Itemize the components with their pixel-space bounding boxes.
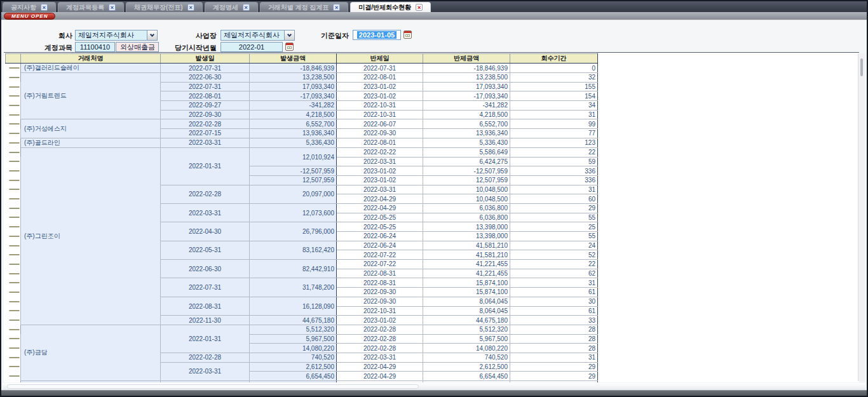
cell-occur-amount[interactable]: 44,675,180 bbox=[250, 316, 337, 325]
cell-collect-period[interactable]: 61 bbox=[510, 306, 598, 316]
cell-collect-period[interactable]: 55 bbox=[510, 232, 598, 241]
cell-settle-date[interactable]: 2022-03-31 bbox=[337, 157, 423, 166]
row-select-button[interactable] bbox=[9, 264, 20, 265]
row-select-button[interactable] bbox=[9, 357, 20, 358]
row-select-button[interactable] bbox=[9, 180, 20, 181]
cell-settle-amount[interactable]: 15,874,100 bbox=[423, 278, 510, 288]
cell-occur-amount[interactable]: 13,238,500 bbox=[250, 73, 337, 83]
cell-occur-amount[interactable]: 83,162,420 bbox=[250, 241, 337, 259]
cell-settle-date[interactable]: 2023-01-02 bbox=[337, 175, 423, 185]
cell-occur-date[interactable]: 2022-02-28 bbox=[161, 185, 250, 203]
chevron-down-icon[interactable] bbox=[147, 30, 157, 40]
cell-occur-amount[interactable]: 12,010,924 bbox=[250, 147, 337, 166]
cell-settle-date[interactable]: 2023-01-02 bbox=[337, 166, 423, 176]
cell-settle-amount[interactable]: -12,507,959 bbox=[423, 166, 510, 176]
row-select-button[interactable] bbox=[9, 198, 20, 199]
cell-occur-date[interactable]: 2022-06-30 bbox=[161, 260, 250, 278]
row-select-button[interactable] bbox=[9, 320, 20, 321]
cell-occur-date[interactable]: 2022-06-30 bbox=[161, 73, 250, 83]
row-select-button[interactable] bbox=[9, 254, 20, 255]
cell-settle-date[interactable]: 2023-01-02 bbox=[337, 82, 423, 91]
cell-collect-period[interactable]: 336 bbox=[510, 175, 598, 185]
cell-settle-amount[interactable]: 12,507,959 bbox=[423, 175, 510, 185]
cell-settle-amount[interactable]: 6,654,450 bbox=[423, 372, 510, 381]
cell-settle-amount[interactable]: 13,238,500 bbox=[423, 73, 510, 83]
cell-collect-period[interactable]: 0 bbox=[510, 64, 598, 73]
row-select-button[interactable] bbox=[9, 86, 20, 88]
cell-occur-amount[interactable]: -18,846,939 bbox=[250, 64, 337, 73]
cell-occur-date[interactable]: 2022-08-31 bbox=[161, 297, 250, 315]
row-select-button[interactable] bbox=[9, 67, 20, 69]
cell-settle-date[interactable]: 2022-03-31 bbox=[337, 185, 423, 194]
cell-occur-amount[interactable]: 4,218,500 bbox=[250, 110, 337, 119]
cell-settle-date[interactable]: 2022-10-31 bbox=[337, 110, 423, 119]
cell-occur-amount[interactable]: -341,282 bbox=[250, 101, 337, 111]
calendar-icon[interactable] bbox=[403, 30, 412, 39]
cell-settle-date[interactable]: 2022-07-22 bbox=[337, 250, 423, 260]
row-select-button[interactable] bbox=[9, 310, 20, 311]
cell-occur-amount[interactable]: 26,796,000 bbox=[250, 222, 337, 241]
cell-collect-period[interactable]: 60 bbox=[510, 194, 598, 204]
cell-occur-date[interactable]: 2022-02-28 bbox=[161, 353, 250, 362]
tab-close-icon[interactable]: × bbox=[333, 4, 340, 11]
cell-collect-period[interactable]: 52 bbox=[510, 250, 598, 260]
cell-collect-period[interactable]: 31 bbox=[510, 278, 598, 288]
cell-occur-amount[interactable]: 31,748,200 bbox=[250, 278, 337, 297]
tab-close-icon[interactable]: × bbox=[187, 4, 194, 11]
cell-occur-date[interactable]: 2022-08-01 bbox=[161, 91, 250, 101]
cell-collect-period[interactable]: 34 bbox=[510, 101, 598, 111]
row-select-button[interactable] bbox=[9, 105, 20, 106]
cell-settle-amount[interactable]: 41,581,210 bbox=[423, 250, 510, 260]
tab-2[interactable]: 계정과목등록× bbox=[58, 2, 124, 12]
row-select-button[interactable] bbox=[9, 123, 20, 124]
cell-collect-period[interactable]: 155 bbox=[510, 82, 598, 91]
cell-settle-amount[interactable]: 2,612,500 bbox=[423, 362, 510, 372]
cell-settle-date[interactable]: 2022-08-31 bbox=[337, 269, 423, 278]
cell-occur-amount[interactable]: 13,936,340 bbox=[250, 129, 337, 138]
row-select-button[interactable] bbox=[9, 282, 20, 283]
row-select-button[interactable] bbox=[9, 133, 20, 134]
cell-collect-period[interactable]: 22 bbox=[510, 260, 598, 269]
cell-occur-amount[interactable]: 17,093,340 bbox=[250, 82, 337, 91]
cell-settle-amount[interactable]: 6,424,275 bbox=[423, 157, 510, 166]
cell-occur-amount[interactable]: 14,080,220 bbox=[250, 344, 337, 353]
cell-settle-amount[interactable]: 5,967,500 bbox=[423, 334, 510, 344]
tab-6[interactable]: 미결/반제회수현황× bbox=[350, 2, 431, 12]
cell-collect-period[interactable]: 33 bbox=[510, 316, 598, 325]
cell-settle-amount[interactable]: 41,581,210 bbox=[423, 241, 510, 250]
cell-settle-amount[interactable]: 44,675,180 bbox=[423, 316, 510, 325]
tab-close-icon[interactable]: × bbox=[41, 4, 48, 11]
cell-settle-amount[interactable]: 17,093,340 bbox=[423, 82, 510, 91]
row-select-button[interactable] bbox=[9, 292, 20, 293]
vertical-scrollbar-thumb[interactable] bbox=[860, 58, 863, 76]
cell-occur-amount[interactable]: 6,654,450 bbox=[250, 372, 337, 381]
cell-collect-period[interactable]: 31 bbox=[510, 185, 598, 194]
tab-close-icon[interactable]: × bbox=[416, 4, 423, 11]
cell-occur-date[interactable]: 2022-07-15 bbox=[161, 129, 250, 138]
cell-collect-period[interactable]: 59 bbox=[510, 157, 598, 166]
cell-collect-period[interactable]: 28 bbox=[510, 344, 598, 353]
account-code-input[interactable]: 11100410 bbox=[75, 42, 115, 52]
cell-collect-period[interactable]: 77 bbox=[510, 129, 598, 138]
tab-close-icon[interactable]: × bbox=[243, 4, 250, 11]
cell-occur-date[interactable]: 2022-07-31 bbox=[161, 64, 250, 73]
period-start-input[interactable]: 2022-01 bbox=[220, 42, 283, 52]
cell-occur-amount[interactable]: 16,128,090 bbox=[250, 297, 337, 315]
cell-occur-amount[interactable]: 5,336,430 bbox=[250, 138, 337, 147]
cell-settle-date[interactable]: 2023-01-02 bbox=[337, 316, 423, 325]
cell-settle-amount[interactable]: 13,398,000 bbox=[423, 232, 510, 241]
vertical-scrollbar[interactable] bbox=[858, 53, 865, 381]
menu-open-button[interactable]: MENU OPEN bbox=[4, 13, 55, 20]
cell-settle-amount[interactable]: 10,048,500 bbox=[423, 185, 510, 194]
cell-collect-period[interactable]: 29 bbox=[510, 362, 598, 372]
cell-settle-amount[interactable]: 41,221,455 bbox=[423, 269, 510, 278]
cell-settle-date[interactable]: 2022-06-07 bbox=[337, 119, 423, 129]
horizontal-scrollbar-thumb[interactable] bbox=[7, 384, 419, 389]
cell-settle-amount[interactable]: 8,064,045 bbox=[423, 306, 510, 316]
cell-occur-date[interactable]: 2022-04-30 bbox=[161, 222, 250, 241]
cell-collect-period[interactable]: 62 bbox=[510, 269, 598, 278]
row-select-button[interactable] bbox=[9, 95, 20, 97]
cell-collect-period[interactable]: 123 bbox=[510, 138, 598, 147]
row-select-button[interactable] bbox=[9, 161, 20, 162]
cell-occur-date[interactable]: 2022-07-31 bbox=[161, 278, 250, 297]
